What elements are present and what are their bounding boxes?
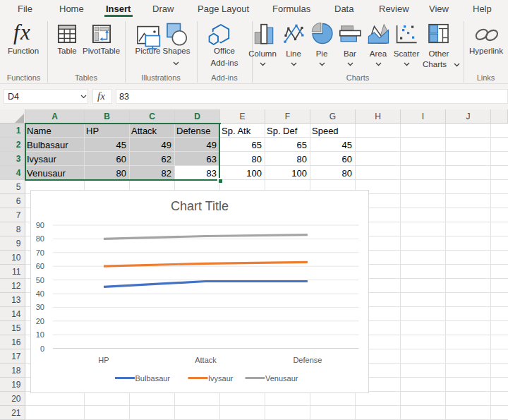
- svg-text:0: 0: [40, 344, 44, 353]
- svg-text:20: 20: [36, 317, 44, 325]
- svg-text:Attack: Attack: [195, 356, 217, 364]
- svg-text:50: 50: [36, 276, 44, 284]
- svg-text:60: 60: [36, 262, 44, 270]
- svg-text:40: 40: [36, 289, 44, 298]
- svg-text:Venusaur: Venusaur: [265, 374, 298, 383]
- svg-text:30: 30: [36, 303, 44, 311]
- svg-text:80: 80: [36, 234, 44, 243]
- svg-text:Defense: Defense: [293, 356, 322, 364]
- svg-text:90: 90: [36, 221, 44, 229]
- svg-text:10: 10: [36, 330, 44, 339]
- svg-text:Chart Title: Chart Title: [171, 199, 229, 213]
- svg-text:HP: HP: [98, 356, 109, 364]
- svg-text:70: 70: [36, 248, 44, 257]
- svg-text:Ivysaur: Ivysaur: [208, 374, 234, 383]
- svg-text:Bulbasaur: Bulbasaur: [135, 374, 171, 383]
